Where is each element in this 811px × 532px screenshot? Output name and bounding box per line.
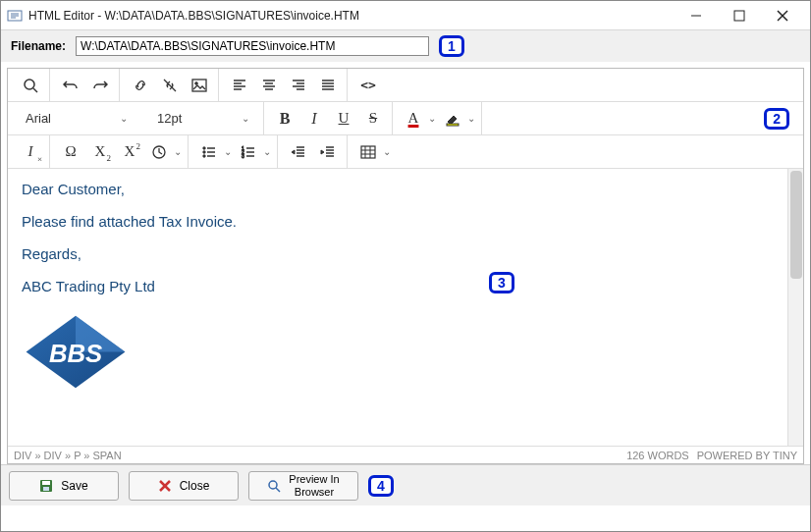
underline-button[interactable]: U: [331, 106, 356, 132]
window-title: HTML Editor - W:\DATA\DATA.BBS\SIGNATURE…: [28, 9, 359, 23]
content-line: ABC Trading Pty Ltd: [22, 278, 774, 294]
callout-3: 3: [489, 272, 514, 293]
titlebar: HTML Editor - W:\DATA\DATA.BBS\SIGNATURE…: [1, 1, 810, 30]
bottom-bar: Save Close Preview In Browser 4: [1, 464, 810, 505]
svg-line-27: [276, 488, 280, 492]
powered-by: POWERED BY TINY: [697, 450, 797, 461]
chevron-down-icon[interactable]: ⌄: [383, 146, 391, 157]
font-size-value: 12pt: [157, 111, 182, 126]
callout-4: 4: [368, 475, 394, 497]
element-path[interactable]: DIV » DIV » P » SPAN: [14, 450, 122, 461]
content-line: Regards,: [22, 245, 774, 262]
toolbar-row-3: I× Ω X2 X2 ⌄ ⌄ 123: [8, 135, 803, 169]
font-family-value: Arial: [26, 111, 51, 126]
filename-label: Filename:: [11, 39, 66, 53]
chevron-down-icon[interactable]: ⌄: [263, 146, 271, 157]
save-label: Save: [61, 479, 87, 493]
content-wrap: Dear Customer, Please find attached Tax …: [8, 169, 803, 446]
filename-row: Filename: 1: [1, 30, 810, 62]
link-icon[interactable]: [128, 73, 153, 98]
toolbar-row-1: <>: [8, 69, 803, 102]
svg-point-13: [203, 154, 205, 156]
redo-icon[interactable]: [87, 73, 113, 98]
svg-rect-9: [447, 124, 459, 126]
undo-icon[interactable]: [58, 73, 83, 98]
vertical-scrollbar[interactable]: [787, 169, 803, 446]
company-logo: BBS: [22, 310, 130, 394]
subscript-icon[interactable]: X2: [87, 139, 113, 165]
chevron-down-icon[interactable]: ⌄: [428, 113, 436, 124]
scroll-thumb[interactable]: [790, 171, 802, 279]
italic-button[interactable]: I: [301, 106, 327, 132]
svg-point-12: [203, 150, 205, 152]
bold-button[interactable]: B: [272, 106, 297, 132]
callout-1: 1: [439, 35, 464, 57]
special-char-icon[interactable]: Ω: [58, 139, 83, 165]
svg-rect-23: [43, 487, 49, 491]
svg-rect-17: [361, 146, 375, 158]
svg-rect-2: [734, 11, 744, 21]
svg-point-11: [203, 146, 205, 148]
svg-text:3: 3: [242, 153, 244, 159]
minimize-button[interactable]: [675, 2, 718, 29]
outdent-icon[interactable]: [286, 139, 311, 165]
svg-point-5: [25, 80, 34, 89]
chevron-down-icon: ⌄: [120, 113, 128, 124]
align-right-icon[interactable]: [286, 73, 311, 98]
content-line: Dear Customer,: [22, 181, 774, 197]
preview-button[interactable]: Preview In Browser: [248, 471, 358, 501]
callout-2: 2: [764, 108, 789, 130]
chevron-down-icon[interactable]: ⌄: [224, 146, 232, 157]
toolbar-row-2: Arial ⌄ 12pt ⌄ B I U S A ⌄: [8, 102, 803, 135]
svg-line-6: [33, 88, 37, 92]
numbered-list-icon[interactable]: 123: [236, 139, 261, 165]
editor-content[interactable]: Dear Customer, Please find attached Tax …: [8, 169, 787, 446]
align-left-icon[interactable]: [227, 73, 252, 98]
editor-statusbar: DIV » DIV » P » SPAN 126 WORDS POWERED B…: [8, 446, 803, 463]
clear-formatting-icon[interactable]: I×: [18, 139, 43, 165]
table-icon[interactable]: [355, 139, 381, 165]
close-window-button[interactable]: [761, 2, 804, 29]
word-count: 126 WORDS: [626, 450, 689, 461]
app-icon: [7, 8, 23, 24]
svg-point-8: [195, 81, 198, 84]
content-line: Please find attached Tax Invoice.: [22, 213, 774, 230]
svg-text:BBS: BBS: [49, 340, 102, 367]
strikethrough-button[interactable]: S: [360, 106, 386, 132]
search-icon[interactable]: [18, 73, 43, 98]
bullet-list-icon[interactable]: [196, 139, 222, 165]
save-button[interactable]: Save: [9, 471, 119, 501]
preview-icon: [267, 479, 281, 493]
align-justify-icon[interactable]: [315, 73, 341, 98]
font-size-select[interactable]: 12pt ⌄: [149, 106, 257, 132]
indent-icon[interactable]: [315, 139, 341, 165]
maximize-button[interactable]: [718, 2, 761, 29]
image-icon[interactable]: [187, 73, 212, 98]
chevron-down-icon[interactable]: ⌄: [467, 113, 475, 124]
superscript-icon[interactable]: X2: [117, 139, 142, 165]
chevron-down-icon[interactable]: ⌄: [174, 146, 182, 157]
svg-rect-22: [42, 481, 50, 485]
font-family-select[interactable]: Arial ⌄: [18, 106, 135, 132]
close-icon: [158, 479, 172, 493]
close-button[interactable]: Close: [129, 471, 239, 501]
unlink-icon[interactable]: [157, 73, 183, 98]
highlight-color-button[interactable]: [440, 106, 465, 132]
chevron-down-icon: ⌄: [242, 113, 249, 124]
close-label: Close: [180, 479, 210, 493]
filename-input[interactable]: [76, 36, 429, 56]
save-icon: [39, 479, 53, 493]
datetime-icon[interactable]: [146, 139, 172, 165]
text-color-button[interactable]: A: [401, 106, 426, 132]
align-center-icon[interactable]: [256, 73, 282, 98]
svg-point-26: [269, 481, 277, 489]
source-code-icon[interactable]: <>: [355, 73, 381, 98]
svg-rect-7: [192, 80, 206, 91]
preview-label: Preview In Browser: [289, 473, 339, 497]
editor-frame: <> Arial ⌄ 12pt ⌄ B I U S A: [7, 68, 804, 464]
